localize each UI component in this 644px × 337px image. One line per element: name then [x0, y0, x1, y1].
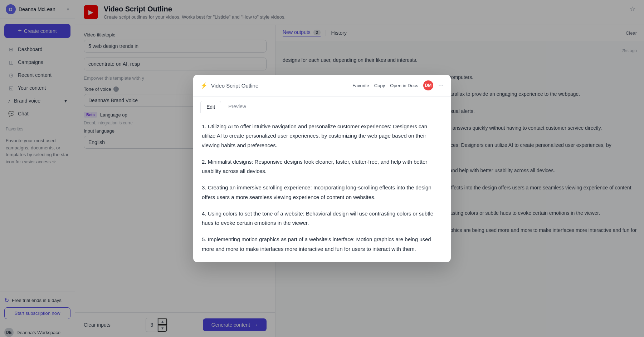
modal-actions: Favorite Copy Open in Docs DM ···	[352, 80, 444, 90]
modal-favorite-button[interactable]: Favorite	[352, 83, 369, 88]
modal-tab-edit[interactable]: Edit	[200, 101, 221, 113]
modal-item-3: 3. Creating an immersive scrolling exper…	[202, 183, 442, 202]
modal-header: ⚡ Video Script Outline Favorite Copy Ope…	[193, 75, 451, 96]
modal-title: Video Script Outline	[211, 83, 349, 89]
modal-tabs: Edit Preview	[193, 96, 451, 113]
modal-user-avatar: DM	[423, 80, 433, 90]
modal-item-2: 2. Minimalist designs: Responsive design…	[202, 157, 442, 176]
modal-content: 1. Utilizing AI to offer intuitive navig…	[202, 122, 442, 254]
modal-item-1: 1. Utilizing AI to offer intuitive navig…	[202, 122, 442, 150]
modal-item-4: 4. Using colors to set the tone of a web…	[202, 209, 442, 228]
modal-item-5: 5. Implementing motion graphics as part …	[202, 235, 442, 254]
modal-title-icon: ⚡	[200, 82, 208, 89]
modal-open-in-docs-button[interactable]: Open in Docs	[390, 83, 418, 88]
modal-tab-preview[interactable]: Preview	[223, 101, 252, 113]
modal-copy-button[interactable]: Copy	[374, 83, 385, 88]
modal-overlay[interactable]: ⚡ Video Script Outline Favorite Copy Ope…	[0, 0, 644, 337]
modal: ⚡ Video Script Outline Favorite Copy Ope…	[193, 75, 451, 262]
modal-more-button[interactable]: ···	[438, 82, 444, 89]
modal-body: 1. Utilizing AI to offer intuitive navig…	[193, 113, 451, 262]
